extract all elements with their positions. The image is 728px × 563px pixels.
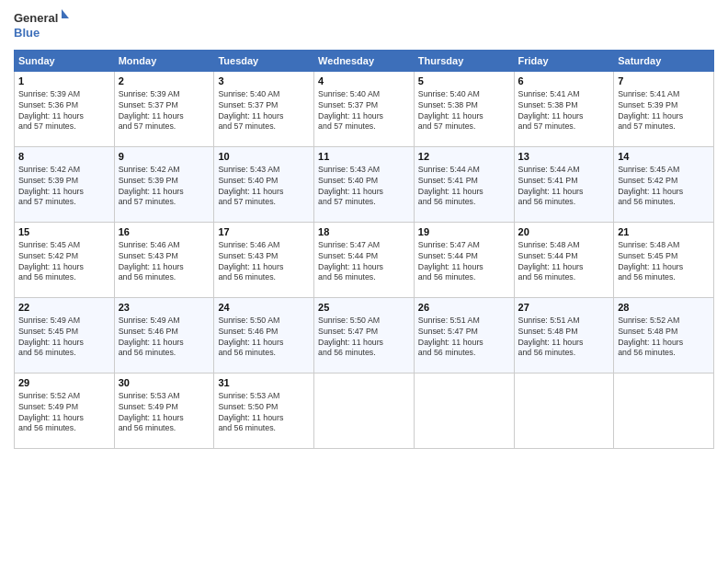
calendar-cell: 30Sunrise: 5:53 AM Sunset: 5:49 PM Dayli… — [114, 373, 214, 449]
day-info: Sunrise: 5:48 AM Sunset: 5:44 PM Dayligh… — [518, 240, 610, 284]
day-info: Sunrise: 5:53 AM Sunset: 5:49 PM Dayligh… — [119, 391, 210, 435]
day-info: Sunrise: 5:48 AM Sunset: 5:45 PM Dayligh… — [618, 240, 710, 284]
day-info: Sunrise: 5:45 AM Sunset: 5:42 PM Dayligh… — [618, 165, 710, 209]
svg-marker-1 — [62, 9, 69, 18]
day-info: Sunrise: 5:40 AM Sunset: 5:37 PM Dayligh… — [218, 89, 310, 133]
day-info: Sunrise: 5:53 AM Sunset: 5:50 PM Dayligh… — [218, 391, 310, 435]
day-number: 15 — [18, 225, 110, 239]
calendar-cell: 13Sunrise: 5:44 AM Sunset: 5:41 PM Dayli… — [514, 147, 614, 223]
calendar-cell: 22Sunrise: 5:49 AM Sunset: 5:45 PM Dayli… — [15, 298, 115, 373]
day-info: Sunrise: 5:42 AM Sunset: 5:39 PM Dayligh… — [18, 165, 110, 209]
col-header-tuesday: Tuesday — [214, 51, 314, 72]
calendar-cell: 16Sunrise: 5:46 AM Sunset: 5:43 PM Dayli… — [114, 223, 214, 298]
day-info: Sunrise: 5:49 AM Sunset: 5:46 PM Dayligh… — [119, 316, 210, 360]
logo-svg: GeneralBlue — [14, 9, 69, 42]
calendar-cell — [414, 373, 514, 449]
day-number: 24 — [218, 301, 310, 315]
day-number: 13 — [518, 150, 610, 164]
day-number: 5 — [418, 75, 510, 88]
calendar-cell: 25Sunrise: 5:50 AM Sunset: 5:47 PM Dayli… — [314, 298, 415, 373]
day-number: 10 — [218, 150, 310, 164]
day-info: Sunrise: 5:41 AM Sunset: 5:39 PM Dayligh… — [618, 89, 710, 133]
calendar-cell: 12Sunrise: 5:44 AM Sunset: 5:41 PM Dayli… — [414, 147, 514, 223]
day-number: 1 — [18, 75, 110, 88]
calendar-table: SundayMondayTuesdayWednesdayThursdayFrid… — [14, 50, 714, 449]
col-header-friday: Friday — [514, 51, 614, 72]
calendar-cell: 1Sunrise: 5:39 AM Sunset: 5:36 PM Daylig… — [15, 72, 115, 147]
day-number: 4 — [318, 75, 410, 88]
day-number: 7 — [618, 75, 710, 88]
page: GeneralBlue SundayMondayTuesdayWednesday… — [0, 0, 728, 563]
day-number: 28 — [618, 301, 710, 315]
day-info: Sunrise: 5:39 AM Sunset: 5:36 PM Dayligh… — [18, 89, 110, 133]
calendar-cell — [314, 373, 415, 449]
day-number: 19 — [418, 225, 510, 239]
calendar-cell: 2Sunrise: 5:39 AM Sunset: 5:37 PM Daylig… — [114, 72, 214, 147]
calendar-cell: 10Sunrise: 5:43 AM Sunset: 5:40 PM Dayli… — [214, 147, 314, 223]
day-number: 12 — [418, 150, 510, 164]
calendar-cell: 14Sunrise: 5:45 AM Sunset: 5:42 PM Dayli… — [614, 147, 714, 223]
day-info: Sunrise: 5:52 AM Sunset: 5:49 PM Dayligh… — [18, 391, 110, 435]
day-info: Sunrise: 5:52 AM Sunset: 5:48 PM Dayligh… — [618, 316, 710, 360]
calendar-cell: 8Sunrise: 5:42 AM Sunset: 5:39 PM Daylig… — [15, 147, 115, 223]
day-info: Sunrise: 5:40 AM Sunset: 5:37 PM Dayligh… — [318, 89, 410, 133]
day-number: 8 — [18, 150, 110, 164]
day-info: Sunrise: 5:44 AM Sunset: 5:41 PM Dayligh… — [518, 165, 610, 209]
day-info: Sunrise: 5:40 AM Sunset: 5:38 PM Dayligh… — [418, 89, 510, 133]
day-number: 31 — [218, 376, 310, 390]
day-number: 6 — [518, 75, 610, 88]
calendar-cell: 15Sunrise: 5:45 AM Sunset: 5:42 PM Dayli… — [15, 223, 115, 298]
day-info: Sunrise: 5:41 AM Sunset: 5:38 PM Dayligh… — [518, 89, 610, 133]
calendar-cell: 27Sunrise: 5:51 AM Sunset: 5:48 PM Dayli… — [514, 298, 614, 373]
day-info: Sunrise: 5:42 AM Sunset: 5:39 PM Dayligh… — [119, 165, 210, 209]
calendar-cell: 24Sunrise: 5:50 AM Sunset: 5:46 PM Dayli… — [214, 298, 314, 373]
calendar-cell: 26Sunrise: 5:51 AM Sunset: 5:47 PM Dayli… — [414, 298, 514, 373]
logo: GeneralBlue — [14, 9, 69, 42]
calendar-cell: 29Sunrise: 5:52 AM Sunset: 5:49 PM Dayli… — [15, 373, 115, 449]
calendar-week-row: 29Sunrise: 5:52 AM Sunset: 5:49 PM Dayli… — [15, 373, 714, 449]
calendar-cell: 5Sunrise: 5:40 AM Sunset: 5:38 PM Daylig… — [414, 72, 514, 147]
calendar-cell: 6Sunrise: 5:41 AM Sunset: 5:38 PM Daylig… — [514, 72, 614, 147]
calendar-cell: 28Sunrise: 5:52 AM Sunset: 5:48 PM Dayli… — [614, 298, 714, 373]
day-info: Sunrise: 5:39 AM Sunset: 5:37 PM Dayligh… — [119, 89, 210, 133]
day-number: 9 — [119, 150, 210, 164]
calendar-cell: 7Sunrise: 5:41 AM Sunset: 5:39 PM Daylig… — [614, 72, 714, 147]
day-number: 20 — [518, 225, 610, 239]
day-info: Sunrise: 5:45 AM Sunset: 5:42 PM Dayligh… — [18, 240, 110, 284]
day-number: 2 — [119, 75, 210, 88]
calendar-cell: 18Sunrise: 5:47 AM Sunset: 5:44 PM Dayli… — [314, 223, 415, 298]
calendar-cell: 4Sunrise: 5:40 AM Sunset: 5:37 PM Daylig… — [314, 72, 415, 147]
svg-text:General: General — [14, 11, 58, 25]
day-number: 30 — [119, 376, 210, 390]
calendar-cell: 21Sunrise: 5:48 AM Sunset: 5:45 PM Dayli… — [614, 223, 714, 298]
day-number: 16 — [119, 225, 210, 239]
calendar-cell — [614, 373, 714, 449]
day-number: 23 — [119, 301, 210, 315]
calendar-cell: 23Sunrise: 5:49 AM Sunset: 5:46 PM Dayli… — [114, 298, 214, 373]
day-info: Sunrise: 5:50 AM Sunset: 5:46 PM Dayligh… — [218, 316, 310, 360]
calendar-cell: 11Sunrise: 5:43 AM Sunset: 5:40 PM Dayli… — [314, 147, 415, 223]
day-number: 11 — [318, 150, 410, 164]
calendar-week-row: 22Sunrise: 5:49 AM Sunset: 5:45 PM Dayli… — [15, 298, 714, 373]
header: GeneralBlue — [14, 9, 714, 42]
day-info: Sunrise: 5:46 AM Sunset: 5:43 PM Dayligh… — [119, 240, 210, 284]
day-info: Sunrise: 5:43 AM Sunset: 5:40 PM Dayligh… — [218, 165, 310, 209]
calendar-cell — [514, 373, 614, 449]
day-number: 29 — [18, 376, 110, 390]
day-number: 25 — [318, 301, 410, 315]
day-info: Sunrise: 5:49 AM Sunset: 5:45 PM Dayligh… — [18, 316, 110, 360]
calendar-cell: 3Sunrise: 5:40 AM Sunset: 5:37 PM Daylig… — [214, 72, 314, 147]
calendar-week-row: 8Sunrise: 5:42 AM Sunset: 5:39 PM Daylig… — [15, 147, 714, 223]
col-header-thursday: Thursday — [414, 51, 514, 72]
day-number: 27 — [518, 301, 610, 315]
day-number: 17 — [218, 225, 310, 239]
col-header-wednesday: Wednesday — [314, 51, 415, 72]
col-header-sunday: Sunday — [15, 51, 115, 72]
calendar-cell: 17Sunrise: 5:46 AM Sunset: 5:43 PM Dayli… — [214, 223, 314, 298]
calendar-cell: 31Sunrise: 5:53 AM Sunset: 5:50 PM Dayli… — [214, 373, 314, 449]
calendar-cell: 20Sunrise: 5:48 AM Sunset: 5:44 PM Dayli… — [514, 223, 614, 298]
day-info: Sunrise: 5:46 AM Sunset: 5:43 PM Dayligh… — [218, 240, 310, 284]
day-number: 3 — [218, 75, 310, 88]
day-info: Sunrise: 5:43 AM Sunset: 5:40 PM Dayligh… — [318, 165, 410, 209]
col-header-saturday: Saturday — [614, 51, 714, 72]
